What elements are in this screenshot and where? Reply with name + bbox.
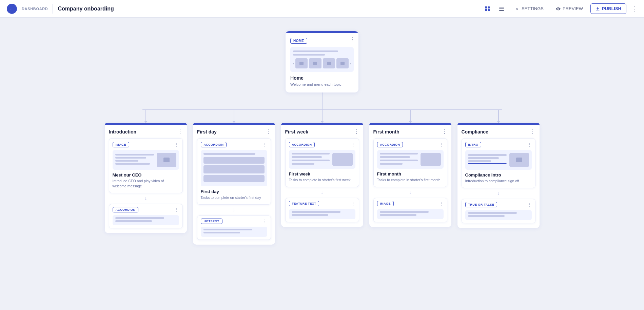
more-options-button[interactable]: ⋮ [631,5,637,13]
preview-line [468,154,507,156]
section-title: First month [373,129,399,135]
lesson-dots[interactable]: ⋮ [174,142,179,147]
arrow-down-icon: ↓ [497,190,500,196]
arrow-down-icon: ↓ [409,189,412,195]
home-card-desc: Welcome and menu each topic [290,82,354,87]
grid-view-button[interactable] [482,3,493,15]
branch-down-line [410,109,411,123]
bottom-lesson-card[interactable]: ACCORDION ⋮ [109,204,183,228]
bottom-lesson-preview [377,209,444,219]
bottom-lesson-dots[interactable]: ⋮ [439,201,444,206]
bottom-badge-row: FEATURE TEXT ⋮ [289,201,355,206]
section-title: Introduction [109,129,137,135]
header: ← DASHBOARD Company onboarding SETTINGS … [0,0,644,18]
bottom-badge: TRUE OR FALSE [465,202,497,207]
lesson-card-compliance-intro[interactable]: INTRO ⋮ [462,138,535,188]
preview-button[interactable]: PREVIEW [551,4,588,14]
bottom-lesson-dots[interactable]: ⋮ [527,202,532,207]
lesson-desc: Tasks to complete in starter's first wee… [289,178,355,183]
lesson-preview-lines [468,154,507,166]
lesson-card-inner: INTRO ⋮ [462,139,535,188]
acc-block [203,165,265,173]
section-card-body: ACCORDION ⋮ [369,135,451,227]
back-button[interactable]: ← [7,4,17,14]
preview-line [380,160,418,161]
arrow-down-icon: ↓ [144,195,147,201]
thumb-icon [313,62,317,65]
lesson-dots[interactable]: ⋮ [439,142,444,147]
lesson-badge-row: ACCORDION ⋮ [289,142,355,147]
section-arrow-down: ↓ [285,187,359,197]
section-card-first-day[interactable]: First day ⋮ ACCORDION ⋮ [193,123,275,245]
section-dots[interactable]: ⋮ [177,128,183,135]
bottom-badge-row: TRUE OR FALSE ⋮ [465,202,532,207]
carousel-thumb [309,58,321,68]
lesson-preview [465,150,532,170]
lesson-dots[interactable]: ⋮ [262,142,267,147]
preview-line [293,54,325,56]
svg-rect-3 [488,9,490,11]
thumbnail-icon [163,158,170,162]
section-card-first-week[interactable]: First week ⋮ ACCORDION ⋮ [281,123,363,227]
lesson-badge: ACCORDION [377,142,403,147]
section-dots[interactable]: ⋮ [266,128,271,135]
publish-label: PUBLISH [602,6,621,11]
preview-line [293,50,338,52]
home-card-dots[interactable]: ⋮ [350,36,355,42]
preview-line [203,229,252,230]
bottom-lesson-dots[interactable]: ⋮ [174,207,179,212]
preview-line [380,211,429,213]
bottom-lesson-card[interactable]: TRUE OR FALSE ⋮ [462,199,535,223]
home-badge: HOME [290,38,307,44]
section-card-header: First month ⋮ [369,125,451,135]
bottom-lesson-dots[interactable]: ⋮ [262,219,267,224]
lesson-title: Meet our CEO [113,172,179,178]
preview-line [468,157,499,159]
section-dots[interactable]: ⋮ [354,128,359,135]
dashboard-label[interactable]: DASHBOARD [22,7,48,11]
lesson-desc: Introduce CEO and play video of welcome … [113,179,179,188]
section-card-body: INTRO ⋮ [457,135,540,228]
bottom-lesson-card[interactable]: IMAGE ⋮ [373,198,447,222]
home-card-preview: ‹ › [290,47,354,72]
arrow-down-icon: ↓ [321,189,324,195]
lesson-preview [113,150,179,170]
preview-line [115,220,152,222]
lesson-desc: Tasks to complete on starter's first day [201,195,267,200]
list-view-button[interactable] [496,3,507,15]
lesson-card-first-month[interactable]: ACCORDION ⋮ [373,138,447,187]
lesson-dots[interactable]: ⋮ [351,142,355,147]
branch-down-line [498,109,499,123]
bottom-lesson-card[interactable]: HOTSPOT ⋮ [197,215,271,240]
lesson-preview-lines [115,154,154,166]
section-card-introduction[interactable]: Introduction ⋮ IMAGE ⋮ [105,123,187,233]
svg-rect-4 [499,7,504,7]
section-card-first-month[interactable]: First month ⋮ ACCORDION ⋮ [369,123,451,227]
lesson-preview [289,150,355,169]
bottom-lesson-dots[interactable]: ⋮ [351,201,355,206]
svg-rect-5 [499,8,504,9]
lesson-badge-row: IMAGE ⋮ [113,142,179,147]
bottom-badge-row: IMAGE ⋮ [377,201,444,206]
section-card-compliance[interactable]: Compliance ⋮ INTRO ⋮ [457,123,540,228]
section-dots[interactable]: ⋮ [442,128,447,135]
publish-button[interactable]: PUBLISH [590,3,626,14]
canvas: HOME ⋮ ‹ › Home Welcome and menu each [0,18,644,310]
section-dots[interactable]: ⋮ [530,128,535,135]
preview-label: PREVIEW [563,6,583,11]
lesson-dots[interactable]: ⋮ [527,142,532,147]
bottom-lesson-preview [201,227,267,237]
bottom-lesson-preview [465,210,532,220]
home-node-wrapper: HOME ⋮ ‹ › Home Welcome and menu each [286,31,358,109]
lesson-card-first-day[interactable]: ACCORDION ⋮ First day T [197,138,271,205]
branch-first-week: First week ⋮ ACCORDION ⋮ [281,109,363,227]
lesson-card-ceo[interactable]: IMAGE ⋮ [109,138,183,193]
bottom-lesson-card[interactable]: FEATURE TEXT ⋮ [285,198,359,222]
home-card[interactable]: HOME ⋮ ‹ › Home Welcome and menu each [286,31,358,92]
lesson-card-first-week[interactable]: ACCORDION ⋮ [285,138,359,187]
branch-first-day: First day ⋮ ACCORDION ⋮ [193,109,275,245]
bottom-badge: HOTSPOT [201,219,222,224]
settings-button[interactable]: SETTINGS [510,4,548,14]
acc-preview-row [292,153,353,166]
lesson-card-inner: ACCORDION ⋮ [286,139,359,187]
